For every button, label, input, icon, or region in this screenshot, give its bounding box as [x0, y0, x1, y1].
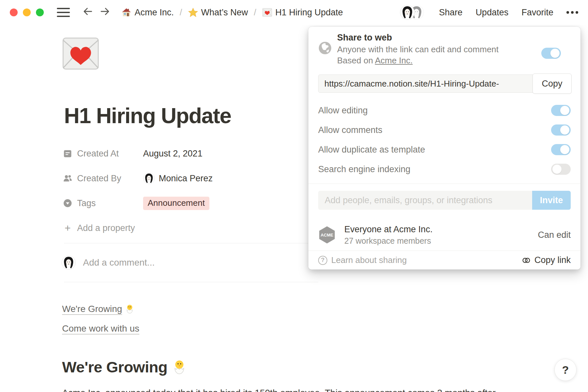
- based-on-prefix: Based on: [337, 56, 375, 65]
- topbar: Acme Inc. / What’s New / H1 Hiring Updat…: [0, 0, 588, 25]
- divider: [64, 282, 318, 282]
- svg-text:ACME: ACME: [321, 233, 334, 237]
- topbar-actions: Share Updates Favorite: [400, 5, 578, 20]
- property-key-created-by[interactable]: Created By: [63, 173, 143, 184]
- minimize-window-button[interactable]: [23, 8, 31, 16]
- user-avatar[interactable]: [400, 5, 415, 20]
- page-emoji-love-letter[interactable]: [62, 37, 99, 71]
- section-heading-were-growing: We're Growing: [62, 358, 187, 376]
- comment-placeholder: Add a comment...: [83, 257, 155, 268]
- permission-label: Can edit: [538, 230, 571, 240]
- setting-allow-comments[interactable]: Allow comments: [318, 120, 571, 140]
- property-value-created-by[interactable]: Monica Perez: [143, 172, 213, 184]
- sidebar-menu-icon[interactable]: [57, 8, 70, 17]
- breadcrumb-label: What’s New: [201, 8, 248, 18]
- property-key-created-at[interactable]: Created At: [63, 149, 143, 159]
- permission-dropdown[interactable]: Can edit: [538, 230, 571, 240]
- search-indexing-toggle[interactable]: [551, 164, 571, 175]
- share-button[interactable]: Share: [439, 8, 463, 18]
- love-letter-icon: [262, 8, 272, 17]
- group-info: Everyone at Acme Inc. 27 workspace membe…: [344, 224, 433, 246]
- share-url-row: Copy: [318, 74, 571, 93]
- property-value-tags[interactable]: Announcement: [143, 197, 209, 210]
- globe-icon: [318, 41, 332, 55]
- copy-button[interactable]: Copy: [532, 74, 572, 94]
- copy-link-button[interactable]: Copy link: [521, 255, 571, 265]
- calendar-icon: [63, 149, 73, 158]
- breadcrumb-label: Acme Inc.: [135, 8, 174, 18]
- toc-link-label: Come work with us: [62, 323, 139, 334]
- popover-footer: ? Learn about sharing Copy link: [308, 251, 580, 270]
- body-paragraph: Acme Inc. announced today that it has hi…: [62, 386, 529, 392]
- invite-button[interactable]: Invite: [532, 191, 571, 210]
- updates-button[interactable]: Updates: [476, 8, 509, 18]
- allow-comments-toggle[interactable]: [551, 124, 571, 136]
- table-of-contents: We're Growing Come work with us: [62, 304, 139, 334]
- setting-label: Search engine indexing: [318, 164, 410, 174]
- share-to-web-subtitle: Anyone with the link can edit and commen…: [337, 44, 498, 55]
- divider: [64, 243, 318, 243]
- setting-search-indexing[interactable]: Search engine indexing: [318, 159, 571, 179]
- link-icon: [521, 255, 531, 265]
- property-row-tags: Tags Announcement: [63, 191, 304, 216]
- property-row-created-at: Created At August 2, 2021: [63, 141, 304, 166]
- based-on-link[interactable]: Acme Inc.: [375, 56, 413, 65]
- breadcrumb-item-whats-new[interactable]: What’s New: [188, 8, 248, 18]
- learn-label: Learn about sharing: [331, 255, 407, 265]
- monica-avatar: [143, 172, 155, 184]
- commenter-avatar: [61, 255, 76, 270]
- forward-arrow-icon[interactable]: [99, 6, 110, 19]
- toc-link-label: We're Growing: [62, 304, 122, 314]
- question-circle-icon: ?: [318, 256, 327, 265]
- tag-announcement[interactable]: Announcement: [143, 197, 209, 210]
- setting-allow-editing[interactable]: Allow editing: [318, 101, 571, 120]
- hatching-chick-icon: [172, 359, 187, 375]
- more-options-icon[interactable]: [566, 11, 578, 14]
- toc-link-were-growing[interactable]: We're Growing: [62, 304, 139, 314]
- back-arrow-icon[interactable]: [82, 6, 93, 19]
- breadcrumb-item-current-page[interactable]: H1 Hiring Update: [262, 8, 343, 18]
- hatching-chick-icon: [125, 304, 135, 314]
- toc-link-come-work-with-us[interactable]: Come work with us: [62, 323, 139, 334]
- property-key-tags[interactable]: Tags: [63, 198, 143, 208]
- heading-text: We're Growing: [62, 358, 167, 376]
- zoom-window-button[interactable]: [36, 8, 44, 16]
- page-title[interactable]: H1 Hiring Update: [64, 103, 231, 128]
- invite-row: Invite: [318, 191, 571, 210]
- setting-allow-duplicate[interactable]: Allow duplicate as template: [318, 140, 571, 159]
- share-to-web-toggle[interactable]: [541, 48, 561, 59]
- close-window-button[interactable]: [10, 8, 18, 16]
- share-settings: Allow editing Allow comments Allow dupli…: [318, 101, 571, 179]
- setting-label: Allow editing: [318, 106, 368, 116]
- share-to-web-section: Share to web Anyone with the link can ed…: [318, 31, 571, 66]
- group-name: Everyone at Acme Inc.: [344, 224, 433, 235]
- star-icon: [188, 8, 198, 17]
- created-by-name: Monica Perez: [159, 173, 213, 184]
- comment-composer[interactable]: Add a comment...: [61, 255, 155, 270]
- acme-logo: ACME: [318, 225, 336, 244]
- property-label: Created At: [77, 149, 119, 159]
- setting-label: Allow comments: [318, 125, 383, 135]
- workspace-group-row[interactable]: ACME Everyone at Acme Inc. 27 workspace …: [318, 222, 571, 248]
- breadcrumb-separator: /: [178, 8, 184, 18]
- share-popover: Share to web Anyone with the link can ed…: [308, 27, 580, 270]
- based-on-line: Based on Acme Inc.: [337, 55, 498, 66]
- favorite-button[interactable]: Favorite: [521, 8, 553, 18]
- property-row-created-by: Created By Monica Perez: [63, 166, 304, 191]
- people-icon: [63, 173, 73, 183]
- house-icon: [122, 8, 131, 17]
- invite-people-input[interactable]: [318, 191, 532, 210]
- add-property-label: Add a property: [77, 223, 135, 233]
- allow-editing-toggle[interactable]: [551, 105, 571, 116]
- help-button[interactable]: ?: [554, 359, 577, 381]
- setting-label: Allow duplicate as template: [318, 145, 425, 155]
- notion-window: Acme Inc. / What’s New / H1 Hiring Updat…: [0, 0, 588, 392]
- breadcrumb-separator: /: [252, 8, 258, 18]
- learn-about-sharing-link[interactable]: ? Learn about sharing: [318, 255, 407, 265]
- property-value-created-at[interactable]: August 2, 2021: [143, 149, 203, 159]
- allow-duplicate-toggle[interactable]: [551, 144, 571, 155]
- select-icon: [63, 198, 73, 208]
- add-property-button[interactable]: + Add a property: [63, 216, 304, 240]
- popover-divider: [308, 184, 580, 184]
- breadcrumb-item-workspace[interactable]: Acme Inc.: [122, 8, 174, 18]
